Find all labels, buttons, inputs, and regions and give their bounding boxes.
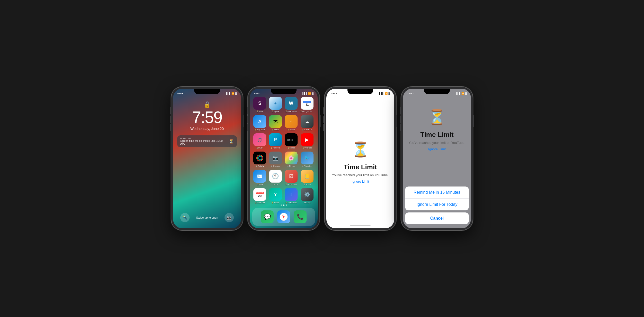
flashlight-icon[interactable]: 🔦 xyxy=(180,213,190,222)
notch-2 xyxy=(271,89,297,94)
app-reminders[interactable]: ☑ Reminders xyxy=(284,170,298,185)
youtube-label: YouTube xyxy=(302,147,312,149)
home-indicator-3 xyxy=(350,225,371,226)
spark-label: Spark xyxy=(272,110,279,113)
app-wordpress[interactable]: W WordPress xyxy=(284,97,298,113)
photos-label: Photos xyxy=(287,165,295,167)
app-mail[interactable]: ✉️ Mail xyxy=(253,170,266,185)
app-youtube[interactable]: ▶ YouTube xyxy=(300,133,314,149)
ignore-limit-link-3[interactable]: Ignore Limit xyxy=(352,180,369,183)
clock-label: Clock xyxy=(273,183,278,185)
safari-dock-icon[interactable] xyxy=(277,210,290,223)
ignore-limit-link-4[interactable]: Ignore Limit xyxy=(428,147,446,151)
app-home[interactable]: ⌂ Home xyxy=(284,115,298,131)
app-clock[interactable]: 🕙 Clock xyxy=(269,170,282,185)
phone-4: 7:59 ▲ ▌▌▌ 📶 ▓ ⏳ Time Limit You've reach… xyxy=(401,87,473,230)
app-photos[interactable]: 🌸 Photos xyxy=(284,152,298,167)
svg-point-6 xyxy=(258,156,261,160)
page-dots xyxy=(250,204,318,206)
svg-text:Wednesday: Wednesday xyxy=(256,192,264,194)
time-label-4: 7:59 xyxy=(407,92,412,95)
time-limit-screen-4: ⏳ Time Limit You've reached your limit o… xyxy=(403,96,471,228)
ignore-limit-today-button[interactable]: Ignore Limit For Today xyxy=(405,199,469,210)
mail-icon: ✉️ xyxy=(253,170,266,183)
app-slack[interactable]: S Slack xyxy=(253,97,266,113)
wifi-icon: 📶 xyxy=(231,92,234,95)
ynab-icon: Y xyxy=(269,188,282,201)
wordpress-label: WordPress xyxy=(285,110,297,113)
notch-4 xyxy=(424,89,450,94)
app-sonos[interactable]: SONOS Sonos xyxy=(284,133,298,149)
time-limit-title-4: Time Limit xyxy=(420,131,454,139)
svg-text:SONOS: SONOS xyxy=(287,139,293,141)
app-spark[interactable]: ✦ Spark xyxy=(269,97,282,113)
reminders-label: Reminders xyxy=(285,183,297,185)
carrot-icon: ☁ xyxy=(301,115,314,128)
messages-dock-icon[interactable]: 💬 xyxy=(261,210,274,223)
notes-icon: 📒 xyxy=(301,170,314,183)
app-carrot[interactable]: ☁ CARROT xyxy=(300,115,314,131)
page-dot-1 xyxy=(281,204,282,206)
clock-icon: 🕙 xyxy=(269,170,282,183)
app-appstore[interactable]: A App Store xyxy=(253,115,266,131)
home-icon: ⌂ xyxy=(285,115,298,128)
youtube-icon: ▶ xyxy=(301,133,314,146)
camera-icon: 📷 xyxy=(269,152,282,164)
location-icon-4: ▲ xyxy=(412,93,414,95)
pandora-icon: P xyxy=(269,133,282,146)
downtime-banner: DOWNTIME Screen time will be limited unt… xyxy=(177,135,237,147)
time-limit-gray-content: ⏳ Time Limit You've reached your limit o… xyxy=(403,96,471,156)
lock-time: 7:59 xyxy=(192,109,222,126)
appstore-label: App Store xyxy=(254,128,265,131)
phone-dock-icon[interactable]: 📞 xyxy=(294,210,307,223)
app-maps[interactable]: 🗺 Maps xyxy=(269,115,282,131)
downtime-label: DOWNTIME xyxy=(180,137,227,139)
gcal-label: GoogleCale... xyxy=(300,110,314,113)
time-label-2: 7:59 xyxy=(254,92,258,95)
app-music[interactable]: 🎵 Music xyxy=(253,133,266,149)
time-limit-title-3: Time Limit xyxy=(344,163,377,171)
action-sheet: Remind Me in 15 Minutes Ignore Limit For… xyxy=(403,187,471,228)
app-activity[interactable]: Activity xyxy=(253,152,266,167)
slack-label: Slack xyxy=(256,110,263,113)
1password-icon: ! xyxy=(285,188,298,201)
app-settings[interactable]: ⚙️ Settings xyxy=(300,188,314,204)
page-dot-2 xyxy=(283,204,284,206)
time-limit-desc-4: You've reached your limit on YouTube. xyxy=(409,141,466,145)
action-sheet-group: Remind Me in 15 Minutes Ignore Limit For… xyxy=(405,187,469,210)
location-icon-3: ▲ xyxy=(336,93,337,95)
sonos-icon: SONOS xyxy=(285,133,298,146)
phone-1: AT&T ▌▌▌ 📶 ▓ 🔓 7:59 Wednesday, June 20 D… xyxy=(171,87,243,230)
app-calendar[interactable]: Wednesday20 Calendar xyxy=(253,188,266,204)
pandora-label: Pandora xyxy=(271,147,280,149)
wifi-icon-4: 📶 xyxy=(461,92,464,95)
swipe-text: Swipe up to open xyxy=(196,216,218,219)
music-icon: 🎵 xyxy=(253,133,266,146)
time-label-3: 7:59 xyxy=(330,92,335,95)
ynab-label: YNAB xyxy=(272,201,279,204)
app-tweetbot[interactable]: 🐦 Tweetbot xyxy=(300,152,314,167)
app-ynab[interactable]: Y YNAB xyxy=(269,188,282,204)
calendar-label: Calendar xyxy=(255,201,265,204)
battery-icon: ▓ xyxy=(235,92,237,95)
cancel-button[interactable]: Cancel xyxy=(405,212,469,224)
maps-icon: 🗺 xyxy=(269,115,282,128)
reminders-icon: ☑ xyxy=(285,170,298,183)
app-notes[interactable]: 📒 Notes xyxy=(300,170,314,185)
hourglass-icon: ⏳ xyxy=(229,139,234,144)
svg-rect-1 xyxy=(303,101,311,103)
time-limit-desc-3: You've reached your limit on YouTube. xyxy=(332,173,389,177)
camera-shortcut-icon[interactable]: 📷 xyxy=(225,213,234,222)
app-gcal[interactable]: 31 GoogleCale... xyxy=(300,97,314,113)
tweetbot-icon: 🐦 xyxy=(301,152,314,164)
phone-2: 7:59 ▲ ▌▌▌ 📶 ▓ S Slack ✦ xyxy=(248,87,320,230)
app-pandora[interactable]: P Pandora xyxy=(269,133,282,149)
svg-text:31: 31 xyxy=(306,103,309,106)
app-1password[interactable]: ! 1Password xyxy=(284,188,298,204)
1password-label: 1Password xyxy=(285,201,297,204)
settings-icon: ⚙️ xyxy=(301,188,314,201)
app-camera[interactable]: 📷 Camera xyxy=(269,152,282,167)
photos-icon: 🌸 xyxy=(285,152,298,164)
remind-me-button[interactable]: Remind Me in 15 Minutes xyxy=(405,187,469,199)
lock-bottom: 🔦 Swipe up to open 📷 xyxy=(173,213,241,222)
